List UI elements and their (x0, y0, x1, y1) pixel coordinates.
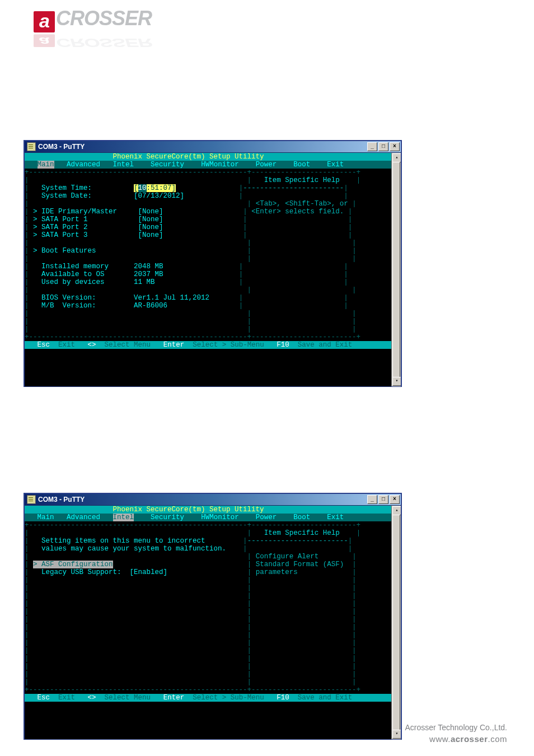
footer-url: www.acrosser.com (405, 734, 507, 744)
mem-installed: | Installed memory 2048 MB | | (25, 263, 401, 270)
tab-hwmonitor[interactable]: HWMonitor (201, 514, 239, 521)
putty-icon (27, 495, 36, 504)
system-time-row[interactable]: | System Time: [10:51:07] |-------------… (25, 184, 401, 192)
tab-security[interactable]: Security (151, 161, 184, 169)
tab-boot[interactable]: Boot (293, 161, 310, 169)
mem-used: | Used by devices 11 MB | | (25, 278, 401, 286)
putty-window-intel: COM3 - PuTTY _ □ × Phoenix SecureCore(tm… (24, 493, 402, 740)
scroll-up-button[interactable]: ▴ (392, 153, 401, 162)
tab-power[interactable]: Power (256, 514, 277, 521)
bios-footer: Esc Exit <> Select Menu Enter Select > S… (25, 341, 401, 349)
tab-exit[interactable]: Exit (327, 514, 344, 521)
tab-intel[interactable]: Intel (113, 161, 134, 169)
page-footer: Acrosser Technology Co.,Ltd. www.acrosse… (405, 723, 507, 744)
scroll-down-button[interactable]: ▾ (392, 730, 401, 739)
bios-header: Phoenix SecureCore(tm) Setup Utility (25, 506, 401, 514)
tab-exit[interactable]: Exit (327, 161, 344, 169)
box-top: +---------------------------------------… (25, 169, 401, 176)
box-bottom: +---------------------------------------… (25, 333, 401, 341)
warning-line-1: | Setting items on this menu to incorrec… (25, 537, 401, 545)
box-bottom: +---------------------------------------… (25, 686, 401, 694)
window-title: COM3 - PuTTY (38, 496, 85, 503)
terminal-area[interactable]: Phoenix SecureCore(tm) Setup Utility Mai… (25, 153, 401, 386)
tab-security[interactable]: Security (151, 514, 184, 521)
tab-power[interactable]: Power (256, 161, 277, 169)
tab-intel[interactable]: Intel (113, 514, 134, 521)
system-date-row[interactable]: | System Date: [07/13/2012] | | (25, 192, 401, 200)
mb-version-row: | M/B Version: AR-B6006 | | (25, 302, 401, 310)
submenu-boot-features[interactable]: | > Boot Features | | (25, 247, 401, 255)
help-title-row: | | Item Specific Help | (25, 529, 401, 537)
bios-menu-bar[interactable]: Main Advanced Intel Security HWMonitor P… (25, 161, 401, 169)
terminal-area[interactable]: Phoenix SecureCore(tm) Setup Utility Mai… (25, 506, 401, 739)
scroll-up-button[interactable]: ▴ (392, 506, 401, 515)
scroll-thumb[interactable] (392, 515, 400, 730)
system-date-value[interactable]: [07/13/2012] (134, 192, 184, 200)
scroll-down-button[interactable]: ▾ (392, 377, 401, 386)
bios-version-row: | BIOS Version: Ver1.1 Jul 11,2012 | | (25, 294, 401, 302)
help-line-1: | | <Tab>, <Shift-Tab>, or | (25, 200, 401, 208)
putty-window-main: COM3 - PuTTY _ □ × Phoenix SecureCore(tm… (24, 140, 402, 387)
tab-advanced[interactable]: Advanced (67, 514, 100, 521)
footer-company: Acrosser Technology Co.,Ltd. (405, 723, 507, 732)
mem-available: | Available to OS 2037 MB | | (25, 270, 401, 278)
scroll-thumb[interactable] (392, 162, 400, 377)
help-line-a: | | Configure Alert | (25, 553, 401, 561)
tab-hwmonitor[interactable]: HWMonitor (201, 161, 239, 169)
help-title-row: | | Item Specific Help | (25, 176, 401, 184)
logo-text: CROSSER (56, 7, 152, 30)
tab-main[interactable]: Main (38, 514, 54, 521)
brand-logo-reflection: aCROSSER (34, 34, 152, 50)
submenu-sata1[interactable]: | > SATA Port 1 [None] | | (25, 216, 401, 223)
asf-config-row[interactable]: | > ASF Configuration | Standard Format … (25, 561, 401, 568)
box-top: +---------------------------------------… (25, 521, 401, 529)
scrollbar[interactable]: ▴ ▾ (391, 153, 401, 386)
submenu-sata3[interactable]: | > SATA Port 3 [None] | | (25, 231, 401, 239)
window-title: COM3 - PuTTY (38, 143, 85, 151)
window-titlebar[interactable]: COM3 - PuTTY _ □ × (25, 141, 401, 153)
warning-line-2: | values may cause your system to malfun… (25, 545, 401, 553)
scrollbar[interactable]: ▴ ▾ (391, 506, 401, 739)
maximize-button[interactable]: □ (378, 142, 388, 151)
tab-advanced[interactable]: Advanced (67, 161, 100, 169)
brand-logo: aCROSSER (34, 7, 152, 32)
putty-icon (27, 142, 36, 151)
close-button[interactable]: × (390, 142, 400, 151)
minimize-button[interactable]: _ (367, 495, 377, 504)
legacy-usb-row[interactable]: | Legacy USB Support: [Enabled] | parame… (25, 568, 401, 576)
window-titlebar[interactable]: COM3 - PuTTY _ □ × (25, 494, 401, 506)
bios-menu-bar[interactable]: Main Advanced Intel Security HWMonitor P… (25, 514, 401, 521)
close-button[interactable]: × (390, 495, 400, 504)
bios-footer: Esc Exit <> Select Menu Enter Select > S… (25, 694, 401, 702)
tab-boot[interactable]: Boot (293, 514, 310, 521)
minimize-button[interactable]: _ (367, 142, 377, 151)
system-time-field[interactable]: [10:51:07] (134, 184, 176, 192)
bios-header: Phoenix SecureCore(tm) Setup Utility (25, 153, 401, 161)
submenu-sata2[interactable]: | > SATA Port 2 [None] | | (25, 223, 401, 231)
logo-a-icon: a (34, 11, 55, 32)
maximize-button[interactable]: □ (378, 495, 388, 504)
tab-main[interactable]: Main (38, 161, 54, 169)
submenu-ide[interactable]: | > IDE Primary/Master [None] | <Enter> … (25, 208, 401, 216)
